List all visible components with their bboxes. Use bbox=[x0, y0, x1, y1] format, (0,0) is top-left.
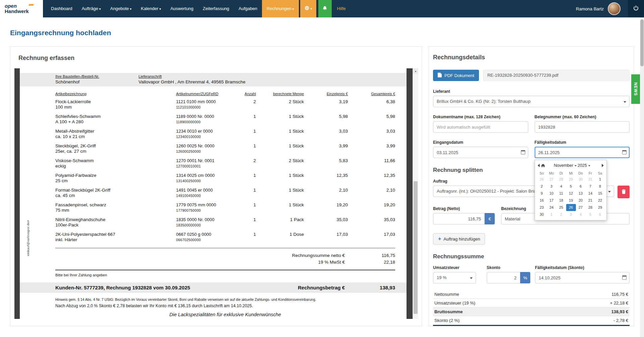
belegnummer-label: Belegnummer (max. 60 Zeichen) bbox=[535, 115, 630, 119]
nav-item[interactable]: Dashboard bbox=[46, 0, 77, 17]
bell-icon bbox=[322, 5, 327, 12]
pdf-scrollbar-thumb[interactable] bbox=[414, 181, 418, 314]
notifications-button[interactable] bbox=[318, 0, 332, 17]
nav-item[interactable]: Aufgaben bbox=[234, 0, 262, 17]
calendar-day[interactable]: 30 bbox=[537, 211, 547, 218]
total-row: Nettosumme 116,75 € bbox=[433, 290, 630, 299]
calendar-day[interactable]: 2 bbox=[537, 183, 547, 190]
total-row: Bruttosumme 138,93 € bbox=[433, 308, 630, 316]
calendar-home-button[interactable] bbox=[541, 164, 545, 167]
calendar-day[interactable]: 2 bbox=[556, 211, 566, 218]
calendar-month-select[interactable]: November bbox=[554, 163, 573, 168]
calendar-day[interactable]: 4 bbox=[576, 211, 586, 218]
chevron-down-icon bbox=[624, 101, 626, 103]
invoice-line-items: Flock-Lackierrolle100 mm 1121 0100 mm 00… bbox=[20, 99, 407, 243]
calendar-year-select[interactable]: 2025 bbox=[578, 163, 587, 168]
calendar-day[interactable]: 17 bbox=[547, 197, 556, 204]
calendar-day[interactable]: 5 bbox=[586, 211, 595, 218]
dokumentname-label: Dokumentname (max. 128 Zeichen) bbox=[433, 115, 528, 119]
calendar-day[interactable]: 14 bbox=[586, 190, 595, 197]
calendar-day[interactable]: 3 bbox=[547, 183, 556, 190]
nav-item[interactable]: Kalender bbox=[136, 0, 166, 17]
page-scrollbar[interactable] bbox=[640, 17, 644, 337]
calendar-day[interactable]: 6 bbox=[595, 211, 605, 218]
belegnummer-input[interactable] bbox=[535, 121, 630, 133]
calendar-day[interactable]: 22 bbox=[595, 197, 605, 204]
invoice-line-item: Format-Steckbügel 2K-Griffca. 45 cm 1491… bbox=[20, 188, 407, 198]
calendar-icon[interactable] bbox=[622, 275, 627, 280]
nav-item[interactable]: Zeiterfassung bbox=[198, 0, 234, 17]
details-panel-title: Rechnungsdetails bbox=[433, 54, 630, 61]
calendar-day[interactable]: 25 bbox=[556, 204, 566, 211]
calendar-day[interactable]: 3 bbox=[566, 211, 576, 218]
nav-item[interactable]: Aufträge bbox=[77, 0, 106, 17]
nav-item[interactable]: Rechnungen bbox=[262, 0, 299, 17]
calendar-day[interactable]: 28 bbox=[556, 176, 566, 183]
calendar-day[interactable]: 4 bbox=[556, 183, 566, 190]
pdf-dokument-button[interactable]: PDF Dokument bbox=[433, 70, 479, 81]
pdf-scrollbar[interactable]: ▲ bbox=[413, 68, 418, 319]
calendar-day[interactable]: 31 bbox=[586, 176, 595, 183]
pdf-filename: RE-1932828-20250930-5777239.pdf bbox=[483, 70, 630, 81]
calendar-day[interactable]: 27 bbox=[547, 176, 556, 183]
calendar-day[interactable]: 19 bbox=[566, 197, 576, 204]
logout-button[interactable] bbox=[628, 0, 644, 17]
calendar-day[interactable]: 16 bbox=[537, 197, 547, 204]
calendar-day[interactable]: 29 bbox=[566, 176, 576, 183]
calendar-day[interactable]: 7 bbox=[586, 183, 595, 190]
settings-menu-button[interactable]: ▾ bbox=[300, 0, 316, 17]
calendar-next-button[interactable] bbox=[602, 164, 604, 167]
calendar-day[interactable]: 24 bbox=[547, 204, 556, 211]
calendar-day[interactable]: 1 bbox=[547, 211, 556, 218]
pdf-viewer: einkauf@vallovapor.de# Ihre Baustellen-/… bbox=[14, 68, 418, 319]
calendar-day[interactable]: 12 bbox=[566, 190, 576, 197]
app-logo[interactable]: open Handwerk bbox=[0, 0, 43, 17]
add-auftrag-button[interactable]: + Auftrag hinzufügen bbox=[433, 233, 485, 245]
user-avatar[interactable] bbox=[608, 2, 621, 15]
plus-icon: + bbox=[438, 236, 441, 242]
calendar-day[interactable]: 29 bbox=[595, 204, 605, 211]
calendar-prev-button[interactable] bbox=[538, 164, 540, 167]
calendar-day[interactable]: 30 bbox=[576, 176, 586, 183]
calendar-day[interactable]: 21 bbox=[586, 197, 595, 204]
umsatzsteuer-label: Umsatzsteuer bbox=[433, 265, 476, 270]
calendar-day[interactable]: 26 bbox=[537, 176, 547, 183]
calendar-day[interactable]: 23 bbox=[537, 204, 547, 211]
faelligkeit-skonto-input[interactable] bbox=[535, 272, 630, 283]
eingangsdatum-input[interactable] bbox=[433, 147, 528, 158]
faelligkeitsdatum-input[interactable] bbox=[535, 147, 630, 158]
calendar-day[interactable]: 6 bbox=[576, 183, 586, 190]
calendar-day[interactable]: 8 bbox=[595, 183, 605, 190]
scroll-up-arrow-icon[interactable]: ▲ bbox=[413, 68, 418, 74]
calendar-day[interactable]: 9 bbox=[537, 190, 547, 197]
invoice-mwst-label: 19 % MwSt € bbox=[318, 259, 345, 266]
betrag-netto-input[interactable] bbox=[433, 213, 485, 224]
calendar-day[interactable]: 1 bbox=[595, 176, 605, 183]
nav-item[interactable]: Angebote bbox=[106, 0, 136, 17]
help-link[interactable]: Hilfe bbox=[332, 0, 351, 17]
calendar-day[interactable]: 5 bbox=[566, 183, 576, 190]
news-tab[interactable]: NEWS bbox=[631, 74, 640, 104]
lieferant-select[interactable]: Brillux GmbH & Co. KG (Nr. 2): Torsten B… bbox=[433, 96, 630, 107]
calendar-day[interactable]: 28 bbox=[586, 204, 595, 211]
dokumentname-input[interactable] bbox=[433, 121, 528, 133]
calendar-day[interactable]: 26 bbox=[566, 204, 576, 211]
nav-item[interactable]: Auswertung bbox=[166, 0, 198, 17]
skonto-input[interactable] bbox=[487, 272, 520, 283]
umsatzsteuer-select[interactable]: 19 % bbox=[433, 272, 476, 283]
calendar-day[interactable]: 13 bbox=[576, 190, 586, 197]
calendar-day[interactable]: 11 bbox=[556, 190, 566, 197]
invoice-line-item: Metall-Abstreifgitterca. 10 x 21 cm 1234… bbox=[20, 129, 407, 139]
calendar-day[interactable]: 18 bbox=[556, 197, 566, 204]
calendar-day[interactable]: 10 bbox=[547, 190, 556, 197]
calendar-day[interactable]: 20 bbox=[576, 197, 586, 204]
calendar-icon[interactable] bbox=[521, 150, 525, 154]
page-scrollbar-thumb[interactable] bbox=[640, 19, 644, 66]
calendar-icon[interactable] bbox=[622, 150, 627, 154]
invoice-table-header: Artikelbezeichnung Artikelnummer/ZUGFeRD… bbox=[20, 92, 407, 96]
invoice-line-item: Flock-Lackierrolle100 mm 1121 0100 mm 00… bbox=[20, 99, 407, 110]
delete-auftrag-button[interactable] bbox=[618, 186, 630, 198]
calendar-day[interactable]: 27 bbox=[576, 204, 586, 211]
power-icon bbox=[633, 5, 639, 12]
calendar-day[interactable]: 15 bbox=[595, 190, 605, 197]
